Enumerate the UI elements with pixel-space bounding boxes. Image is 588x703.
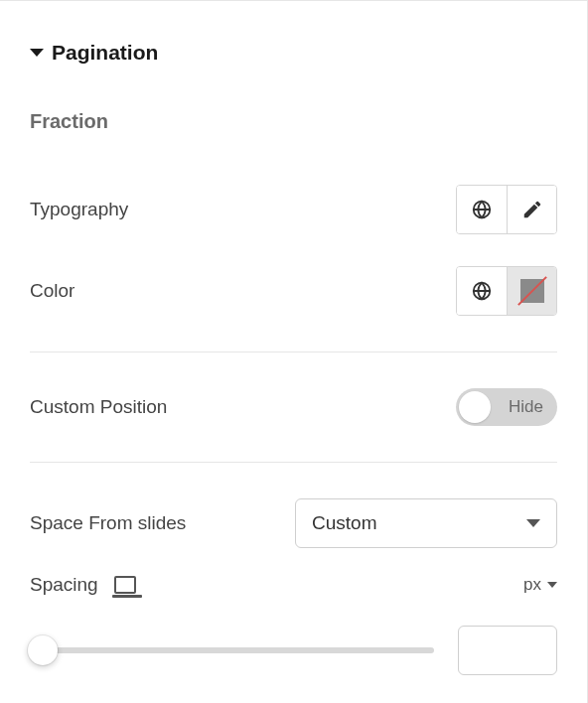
section-title: Pagination [52, 41, 158, 65]
typography-edit-button[interactable] [507, 186, 556, 233]
spacing-slider-row [30, 606, 557, 695]
space-from-slides-row: Space From slides Custom [30, 483, 557, 554]
typography-row: Typography [30, 169, 557, 250]
spacing-unit-picker[interactable]: px [523, 575, 557, 595]
color-row: Color [30, 250, 557, 332]
pencil-icon [521, 199, 543, 220]
color-swatch-none-icon [520, 279, 544, 303]
typography-controls [456, 185, 557, 234]
section-header[interactable]: Pagination [30, 1, 557, 110]
toggle-text: Hide [509, 397, 543, 417]
toggle-knob [459, 391, 491, 423]
space-from-slides-select[interactable]: Custom [295, 498, 557, 548]
fraction-heading: Fraction [30, 110, 557, 133]
slider-thumb[interactable] [28, 635, 58, 665]
color-controls [456, 266, 557, 316]
color-global-button[interactable] [457, 267, 507, 315]
spacing-label: Spacing [30, 574, 98, 596]
spacing-slider[interactable] [30, 647, 434, 653]
custom-position-label: Custom Position [30, 396, 167, 418]
typography-label: Typography [30, 199, 128, 220]
spacing-row: Spacing px [30, 554, 557, 606]
desktop-icon[interactable] [114, 576, 136, 594]
color-label: Color [30, 280, 74, 302]
color-swatch-button[interactable] [507, 267, 556, 315]
globe-icon [471, 280, 493, 302]
unit-text: px [523, 575, 541, 595]
space-from-slides-label: Space From slides [30, 512, 186, 534]
chevron-down-icon [526, 519, 540, 527]
typography-global-button[interactable] [457, 186, 507, 233]
divider [30, 462, 557, 463]
chevron-down-icon [547, 582, 557, 588]
globe-icon [471, 199, 493, 220]
custom-position-row: Custom Position Hide [30, 372, 557, 442]
caret-down-icon [30, 49, 44, 57]
divider [30, 352, 557, 352]
spacing-input[interactable] [458, 626, 557, 675]
select-value: Custom [312, 512, 376, 534]
custom-position-toggle[interactable]: Hide [456, 388, 557, 426]
